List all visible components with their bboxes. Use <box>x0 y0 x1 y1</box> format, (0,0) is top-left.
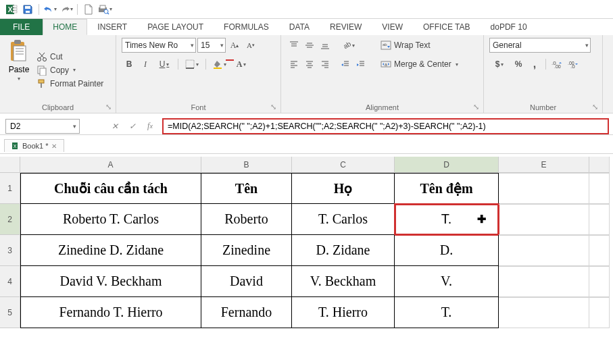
tab-office-tab[interactable]: OFFICE TAB <box>413 19 481 35</box>
svg-text:ab: ab <box>383 43 387 47</box>
workbook-tab[interactable]: X Book1 * ✕ <box>4 139 64 152</box>
alignment-dialog-launcher-icon[interactable]: ⤡ <box>471 102 481 111</box>
cancel-formula-icon[interactable]: ✕ <box>107 119 123 134</box>
cell[interactable]: V. Beckham <box>292 266 395 297</box>
col-header[interactable]: C <box>292 157 395 173</box>
merge-center-button[interactable]: a Merge & Center ▾ <box>378 57 461 72</box>
cell[interactable]: D. <box>395 235 499 266</box>
tab-home[interactable]: HOME <box>43 19 87 35</box>
col-header[interactable] <box>589 157 610 173</box>
undo-icon[interactable]: ▾ <box>43 2 57 17</box>
tab-file[interactable]: FILE <box>0 19 43 35</box>
align-top-icon[interactable] <box>287 38 301 53</box>
number-format-combo[interactable]: General▾ <box>489 38 591 53</box>
border-button[interactable]: ▾ <box>182 57 202 72</box>
increase-font-icon[interactable]: A▴ <box>227 38 242 53</box>
align-middle-icon[interactable] <box>302 38 317 53</box>
paste-button[interactable]: Paste ▾ <box>5 38 32 102</box>
cell[interactable]: Roberto T. Carlos <box>20 204 201 235</box>
cell[interactable] <box>589 297 610 328</box>
clipboard-dialog-launcher-icon[interactable]: ⤡ <box>103 102 113 111</box>
cell[interactable] <box>589 235 610 266</box>
row-header[interactable]: 2 <box>0 204 20 235</box>
new-icon[interactable] <box>81 2 96 17</box>
increase-decimal-icon[interactable]: .0.00 <box>549 57 564 72</box>
tab-formulas[interactable]: FORMULAS <box>214 19 279 35</box>
cell[interactable]: Fernando <box>201 297 292 328</box>
orientation-icon[interactable]: ab▾ <box>338 38 358 53</box>
align-left-icon[interactable] <box>287 57 301 72</box>
row-header[interactable]: 5 <box>0 297 20 328</box>
cell[interactable]: Tên <box>201 173 292 204</box>
wrap-text-button[interactable]: ab Wrap Text <box>378 38 433 53</box>
font-dialog-launcher-icon[interactable]: ⤡ <box>268 102 278 111</box>
align-right-icon[interactable] <box>318 57 333 72</box>
cell-selected[interactable]: T.✚ <box>395 204 499 235</box>
select-all-corner[interactable] <box>0 157 20 173</box>
close-tab-icon[interactable]: ✕ <box>51 142 57 150</box>
cell[interactable]: Fernando T. Hierro <box>20 297 201 328</box>
tab-view[interactable]: VIEW <box>372 19 413 35</box>
col-header[interactable]: D <box>395 157 499 173</box>
cell[interactable]: T. Hierro <box>292 297 395 328</box>
cell[interactable]: Họ <box>292 173 395 204</box>
number-dialog-launcher-icon[interactable]: ⤡ <box>590 102 599 111</box>
align-bottom-icon[interactable] <box>318 38 333 53</box>
tab-insert[interactable]: INSERT <box>87 19 137 35</box>
cut-button[interactable]: Cut <box>36 51 103 62</box>
tab-dopdf[interactable]: doPDF 10 <box>481 19 537 35</box>
formula-input[interactable]: =MID(A2;SEARCH(" ";A2)+1;SEARCH("";A2;SE… <box>162 118 609 134</box>
print-preview-icon[interactable]: ▾ <box>97 2 112 17</box>
save-icon[interactable] <box>20 2 35 17</box>
redo-icon[interactable]: ▾ <box>59 2 74 17</box>
align-center-icon[interactable] <box>302 57 317 72</box>
row-header[interactable]: 4 <box>0 266 20 297</box>
bold-button[interactable]: B <box>122 57 137 72</box>
row-header[interactable]: 1 <box>0 173 20 204</box>
font-color-button[interactable]: A▾ <box>231 57 251 72</box>
cell[interactable] <box>499 173 589 204</box>
font-size-combo[interactable]: 15▾ <box>197 38 226 53</box>
decrease-decimal-icon[interactable]: .00.0 <box>566 57 581 72</box>
cell[interactable]: Roberto <box>201 204 292 235</box>
decrease-font-icon[interactable]: A▾ <box>243 38 258 53</box>
cell[interactable]: Tên đệm <box>395 173 499 204</box>
percent-format-icon[interactable]: % <box>511 57 526 72</box>
cell[interactable]: David <box>201 266 292 297</box>
row-header[interactable]: 3 <box>0 235 20 266</box>
comma-format-icon[interactable]: , <box>527 57 542 72</box>
italic-button[interactable]: I <box>138 57 153 72</box>
col-header[interactable]: E <box>499 157 589 173</box>
cell[interactable]: T. <box>395 297 499 328</box>
cell[interactable] <box>499 297 589 328</box>
cell[interactable] <box>589 204 610 235</box>
tab-page-layout[interactable]: PAGE LAYOUT <box>137 19 214 35</box>
font-name-combo[interactable]: Times New Ro▾ <box>122 38 196 53</box>
cell[interactable] <box>499 204 589 235</box>
underline-button[interactable]: U▾ <box>154 57 174 72</box>
col-header[interactable]: B <box>201 157 292 173</box>
enter-formula-icon[interactable]: ✓ <box>124 119 141 134</box>
name-box[interactable]: D2▾ <box>5 119 80 134</box>
insert-function-icon[interactable]: fx <box>142 119 158 134</box>
cell[interactable]: T. Carlos <box>292 204 395 235</box>
decrease-indent-icon[interactable] <box>338 57 353 72</box>
cell[interactable] <box>589 266 610 297</box>
tab-review[interactable]: REVIEW <box>320 19 372 35</box>
cell[interactable]: V. <box>395 266 499 297</box>
cell[interactable]: Zinedine <box>201 235 292 266</box>
col-header[interactable]: A <box>20 157 201 173</box>
increase-indent-icon[interactable] <box>353 57 368 72</box>
accounting-format-icon[interactable]: $▾ <box>489 57 510 72</box>
format-painter-button[interactable]: Format Painter <box>36 78 103 89</box>
copy-button[interactable]: Copy ▾ <box>36 65 103 76</box>
cell[interactable]: Zinedine D. Zidane <box>20 235 201 266</box>
cell[interactable]: D. Zidane <box>292 235 395 266</box>
cell[interactable] <box>589 173 610 204</box>
cell[interactable]: David V. Beckham <box>20 266 201 297</box>
cell[interactable] <box>499 235 589 266</box>
cell[interactable] <box>499 266 589 297</box>
svg-rect-22 <box>40 68 46 76</box>
cell[interactable]: Chuỗi câu cần tách <box>20 173 201 204</box>
tab-data[interactable]: DATA <box>279 19 320 35</box>
